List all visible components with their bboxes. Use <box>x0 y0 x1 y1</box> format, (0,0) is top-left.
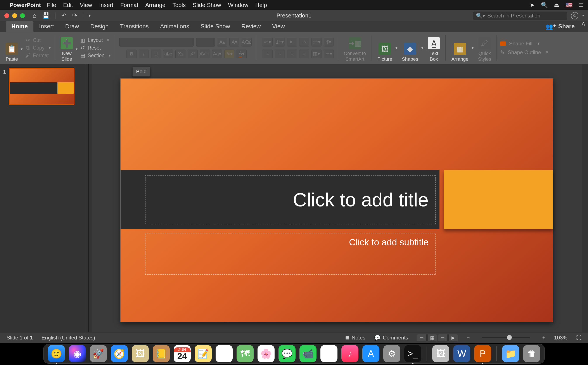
arrange-button[interactable]: ▦ Arrange <box>449 32 470 64</box>
clear-formatting-icon[interactable]: A⌫ <box>241 38 252 47</box>
tab-draw[interactable]: Draw <box>60 21 85 32</box>
dock-facetime-icon[interactable]: 📹 <box>299 345 317 362</box>
char-spacing-button[interactable]: AV↔ <box>200 49 210 58</box>
cursor-icon[interactable]: ➤ <box>530 2 535 8</box>
shape-fill-button[interactable]: Shape Fill ▼ <box>500 41 540 47</box>
format-painter-button[interactable]: 🖌Format <box>25 53 51 58</box>
decrease-font-icon[interactable]: A▾ <box>229 38 239 47</box>
slide-counter[interactable]: Slide 1 of 1 <box>7 335 33 341</box>
zoom-percent[interactable]: 103% <box>554 335 567 341</box>
tab-view[interactable]: View <box>267 21 290 32</box>
change-case-button[interactable]: Aa▾ <box>212 49 222 58</box>
dock-terminal-icon[interactable]: >_ <box>404 345 421 362</box>
cut-button[interactable]: ✂Cut <box>25 37 51 43</box>
menu-help[interactable]: Help <box>255 2 267 8</box>
share-button[interactable]: 👥⁺ Share <box>546 21 579 32</box>
slideshow-view-button[interactable]: ▶ <box>448 334 458 341</box>
title-placeholder[interactable]: Click to add title <box>145 175 436 224</box>
menu-file[interactable]: File <box>47 2 56 8</box>
underline-button[interactable]: U <box>151 49 161 58</box>
close-window-button[interactable] <box>4 13 9 18</box>
airplay-icon[interactable]: ⏏ <box>554 2 560 8</box>
font-name-select[interactable] <box>119 38 193 47</box>
customize-qat-icon[interactable]: ▾ <box>89 13 91 18</box>
font-size-select[interactable] <box>196 38 215 47</box>
align-right-button[interactable]: ≡ <box>287 49 297 58</box>
save-icon[interactable]: 💾 <box>42 12 50 19</box>
zoom-in-button[interactable]: + <box>542 335 545 341</box>
comments-button[interactable]: 💬Comments <box>374 335 408 341</box>
layout-button[interactable]: ▥Layout▼ <box>80 37 112 43</box>
dock-music-icon[interactable]: ♪ <box>341 345 358 362</box>
vertical-scrollbar[interactable] <box>582 64 588 337</box>
tab-transitions[interactable]: Transitions <box>114 21 155 32</box>
picture-button[interactable]: 🖼 Picture <box>375 32 395 64</box>
font-color-button[interactable]: A▾ <box>237 49 247 58</box>
menu-edit[interactable]: Edit <box>63 2 73 8</box>
arrange-dropdown-icon[interactable]: ▼ <box>471 46 474 50</box>
spotlight-icon[interactable]: 🔍 <box>541 2 548 8</box>
zoom-window-button[interactable] <box>20 13 25 18</box>
tab-home[interactable]: Home <box>6 21 33 32</box>
control-center-icon[interactable]: ☰ <box>579 2 584 8</box>
numbering-button[interactable]: 1≡▾ <box>275 38 285 47</box>
decrease-indent-button[interactable]: ⇤ <box>287 38 297 47</box>
undo-icon[interactable]: ↶ <box>61 12 66 19</box>
line-spacing-button[interactable]: ↕≡▾ <box>312 38 321 47</box>
dock-word-icon[interactable]: W <box>453 345 470 362</box>
subtitle-placeholder[interactable]: Click to add subtitle <box>145 234 436 275</box>
strikethrough-button[interactable]: abc <box>163 49 173 58</box>
menu-arrange[interactable]: Arrange <box>145 2 166 8</box>
align-text-button[interactable]: ▭▾ <box>324 49 334 58</box>
dock-reminders-icon[interactable]: ☑ <box>216 345 233 362</box>
bold-button[interactable]: B <box>127 49 136 58</box>
dock-news-icon[interactable]: N <box>320 345 338 362</box>
section-button[interactable]: ▤Section▼ <box>80 53 112 58</box>
dock-appstore-icon[interactable]: A <box>362 345 379 362</box>
tab-insert[interactable]: Insert <box>33 21 60 32</box>
new-slide-dropdown-icon[interactable]: ▼ <box>75 47 78 51</box>
highlight-button[interactable]: ✎▾ <box>224 49 234 58</box>
sorter-view-button[interactable]: ▦ <box>427 334 437 341</box>
dock-messages-icon[interactable]: 💬 <box>278 345 296 362</box>
flag-icon[interactable]: 🇺🇸 <box>566 2 573 8</box>
dock-notes-icon[interactable]: 📝 <box>195 345 212 362</box>
quick-styles-button[interactable]: 🖊 Quick Styles <box>476 32 493 64</box>
increase-indent-button[interactable]: ⇥ <box>299 38 309 47</box>
dock-launchpad-icon[interactable]: 🚀 <box>90 345 107 362</box>
pane-divider[interactable] <box>85 64 92 337</box>
subscript-button[interactable]: X₂ <box>175 49 185 58</box>
tab-animations[interactable]: Animations <box>155 21 195 32</box>
dock-settings-icon[interactable]: ⚙ <box>383 345 400 362</box>
app-name[interactable]: PowerPoint <box>10 2 41 8</box>
dock-finder-icon[interactable]: 🙂 <box>48 345 65 362</box>
superscript-button[interactable]: X² <box>188 49 198 58</box>
menu-window[interactable]: Window <box>228 2 248 8</box>
menu-tools[interactable]: Tools <box>173 2 186 8</box>
dock-maps-icon[interactable]: 🗺 <box>237 345 254 362</box>
align-center-button[interactable]: ≡ <box>275 49 285 58</box>
zoom-out-button[interactable]: − <box>467 335 470 341</box>
slide-1[interactable]: Click to add title Click to add subtitle <box>120 79 553 322</box>
justify-button[interactable]: ≡ <box>299 49 309 58</box>
fit-to-window-button[interactable]: ⛶ <box>576 335 581 341</box>
menu-slideshow[interactable]: Slide Show <box>193 2 221 8</box>
new-slide-button[interactable]: ➕ New Slide <box>58 32 75 64</box>
slide-thumbnail-pane[interactable]: 1 <box>0 64 85 337</box>
zoom-slider[interactable] <box>482 337 530 338</box>
dock-safari-icon[interactable]: 🧭 <box>111 345 128 362</box>
slide-canvas-area[interactable]: Click to add title Click to add subtitle <box>92 64 582 337</box>
bullets-button[interactable]: •≡▾ <box>262 38 273 47</box>
dock-contacts-icon[interactable]: 📒 <box>153 345 170 362</box>
dock-downloads-icon[interactable]: 📁 <box>502 345 519 362</box>
reading-view-button[interactable]: ▭̲ <box>438 334 447 341</box>
menu-view[interactable]: View <box>80 2 92 8</box>
search-in-presentation[interactable]: 🔍▾ Search in Presentation <box>473 12 567 20</box>
normal-view-button[interactable]: ▭ <box>417 334 427 341</box>
italic-button[interactable]: I <box>139 49 149 58</box>
align-left-button[interactable]: ≡ <box>262 49 273 58</box>
dock-trash-icon[interactable]: 🗑 <box>523 345 540 362</box>
tab-review[interactable]: Review <box>236 21 267 32</box>
menu-format[interactable]: Format <box>120 2 138 8</box>
feedback-smiley-icon[interactable]: ☺ <box>571 12 578 19</box>
